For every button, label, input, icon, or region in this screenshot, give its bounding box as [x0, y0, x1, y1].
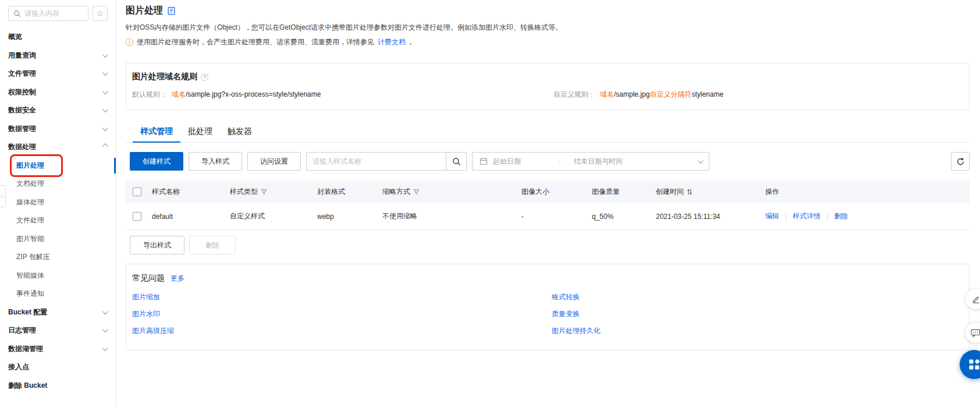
sidebar-item-permissions[interactable]: 权限控制: [0, 83, 116, 102]
faq-link-quality-conversion[interactable]: 质量变换: [552, 309, 963, 319]
sidebar-item-label: 图片处理: [16, 161, 44, 171]
sidebar-item-label: Bucket 配置: [8, 307, 47, 317]
faq-more-link[interactable]: 更多: [171, 274, 184, 284]
action-separator: |: [785, 213, 787, 221]
page-description: 针对OSS内存储的图片文件（Object），您可以在GetObject请求中携带…: [126, 23, 970, 33]
row-checkbox[interactable]: [133, 212, 141, 221]
pencil-icon: [971, 295, 980, 304]
cell-actions: 编辑 | 样式详情 | 删除: [765, 211, 970, 221]
export-style-button[interactable]: 导出样式: [130, 236, 184, 254]
sidebar-item-event-notification[interactable]: 事件通知: [0, 285, 116, 303]
sidebar-item-files[interactable]: 文件管理: [0, 65, 116, 83]
delete-button[interactable]: 删除: [189, 236, 236, 254]
faq-link-image-resize[interactable]: 图片缩放: [132, 292, 552, 302]
warning-circle-icon: !: [126, 38, 133, 46]
delete-link[interactable]: 删除: [834, 211, 848, 221]
chevron-down-icon: [102, 70, 108, 76]
sidebar-item-intelligent-media[interactable]: 智能媒体: [0, 267, 116, 285]
sidebar-item-label: 智能媒体: [16, 271, 44, 281]
faq-panel: 常见问题 更多 图片缩放 图片水印 图片高级压缩 格式转换 质量变换 图片处理持…: [126, 264, 970, 351]
sidebar-search-box[interactable]: [8, 6, 88, 21]
main-content: 图片处理 针对OSS内存储的图片文件（Object），您可以在GetObject…: [117, 0, 980, 407]
tab-trigger[interactable]: 触发器: [220, 121, 260, 142]
style-search-button[interactable]: [446, 152, 467, 171]
default-rule-pattern: /sample.jpg?x-oss-process=style/stylenam…: [186, 90, 321, 98]
document-icon[interactable]: [168, 6, 175, 15]
notice-text: 使用图片处理服务时，会产生图片处理费用、请求费用、流量费用，详情参见: [137, 37, 374, 47]
favorite-button[interactable]: ☆: [93, 6, 108, 21]
sidebar-item-log-management[interactable]: 日志管理: [0, 321, 116, 340]
custom-rule-domain: 域名: [600, 90, 614, 98]
billing-doc-link[interactable]: 计费文档: [378, 37, 406, 47]
cell-style-name: default: [152, 213, 230, 221]
faq-link-format-conversion[interactable]: 格式转换: [552, 292, 963, 302]
sidebar-item-file-processing[interactable]: 文件处理: [0, 211, 116, 230]
sidebar-item-data-security[interactable]: 数据安全: [0, 101, 116, 120]
chevron-down-icon: [102, 52, 108, 58]
sort-arrows-icon[interactable]: [687, 188, 693, 196]
sidebar-item-label: 接入点: [8, 362, 29, 372]
sidebar-item-data-management[interactable]: 数据管理: [0, 120, 116, 139]
sidebar-item-access-point[interactable]: 接入点: [0, 358, 116, 377]
import-style-button[interactable]: 导入样式: [189, 152, 242, 171]
sidebar-item-usage[interactable]: 用量查询: [0, 47, 116, 65]
sidebar-item-image-processing[interactable]: 图片处理: [0, 157, 116, 175]
sidebar-item-label: 文件处理: [16, 215, 44, 225]
sidebar-item-data-lake[interactable]: 数据湖管理: [0, 340, 116, 359]
tab-style-management[interactable]: 样式管理: [133, 121, 180, 142]
refresh-icon: [956, 157, 965, 166]
faq-link-advanced-compression[interactable]: 图片高级压缩: [132, 326, 552, 336]
sidebar-item-label: 数据湖管理: [8, 344, 43, 354]
sidebar-item-label: 图片智能: [16, 234, 44, 244]
sidebar-item-delete-bucket[interactable]: 删除 Bucket: [0, 377, 116, 395]
sidebar: ☆ 概览 用量查询 文件管理 权限控制 数据安全 数据管理 数据处理 图片处理 …: [0, 0, 116, 407]
funnel-filter-icon[interactable]: [413, 189, 420, 195]
custom-rule-mid: /sample.jpg: [614, 90, 649, 98]
style-details-link[interactable]: 样式详情: [793, 211, 821, 221]
faq-link-image-watermark[interactable]: 图片水印: [132, 309, 552, 319]
cell-created-time: 2021-03-25 15:11:34: [656, 213, 765, 221]
sidebar-item-overview[interactable]: 概览: [0, 28, 116, 47]
selected-indicator-bar: [114, 158, 116, 174]
table-footer: 导出样式 删除: [130, 236, 970, 254]
date-range-picker[interactable]: 起始日期 - 结束日期与时间: [472, 152, 709, 171]
select-all-checkbox[interactable]: [133, 187, 141, 196]
sidebar-item-label: 文档处理: [16, 179, 44, 189]
sidebar-item-document-processing[interactable]: 文档处理: [0, 175, 116, 193]
refresh-button[interactable]: [951, 152, 970, 171]
domain-rules-title: 图片处理域名规则: [132, 72, 197, 82]
chevron-down-icon: [102, 327, 108, 332]
col-thumbnail-mode: 缩略方式: [382, 187, 521, 197]
sidebar-item-media-processing[interactable]: 媒体处理: [0, 193, 116, 212]
col-image-quality: 图像质量: [592, 187, 656, 197]
table-row: default 自定义样式 webp 不使用缩略 - q_50% 2021-03…: [126, 203, 970, 230]
funnel-filter-icon[interactable]: [261, 189, 267, 195]
access-settings-button[interactable]: 访问设置: [247, 152, 301, 171]
sidebar-collapse-handle[interactable]: ‹: [0, 185, 6, 207]
faq-links: 图片缩放 图片水印 图片高级压缩 格式转换 质量变换 图片处理持久化: [132, 289, 963, 339]
chevron-down-icon: [102, 107, 108, 112]
sidebar-item-bucket-config[interactable]: Bucket 配置: [0, 303, 116, 322]
star-icon: ☆: [97, 9, 104, 18]
sidebar-item-zip-decompress[interactable]: ZIP 包解压: [0, 248, 116, 267]
default-rule-domain: 域名: [172, 90, 186, 98]
col-actions: 操作: [765, 187, 970, 197]
date-end-placeholder: 结束日期与时间: [574, 157, 623, 167]
sidebar-item-image-ai[interactable]: 图片智能: [0, 230, 116, 249]
sidebar-search-input[interactable]: [24, 9, 83, 17]
edit-link[interactable]: 编辑: [765, 211, 779, 221]
col-image-size: 图像大小: [521, 187, 592, 197]
create-style-button[interactable]: 创建样式: [130, 152, 183, 171]
chevron-left-icon: ‹: [1, 192, 3, 200]
style-search-input[interactable]: [306, 152, 446, 171]
sidebar-menu: 概览 用量查询 文件管理 权限控制 数据安全 数据管理 数据处理 图片处理 文档…: [0, 28, 116, 395]
sidebar-item-label: 日志管理: [8, 325, 36, 335]
sidebar-item-label: 事件通知: [16, 289, 44, 299]
cell-thumbnail-mode: 不使用缩略: [382, 211, 521, 221]
faq-link-persistence[interactable]: 图片处理持久化: [552, 326, 963, 336]
tab-batch-processing[interactable]: 批处理: [180, 121, 220, 142]
sidebar-item-data-processing[interactable]: 数据处理: [0, 138, 116, 157]
sidebar-item-label: 文件管理: [8, 69, 36, 79]
question-circle-icon[interactable]: ?: [201, 73, 208, 81]
sidebar-item-label: 用量查询: [8, 51, 36, 61]
